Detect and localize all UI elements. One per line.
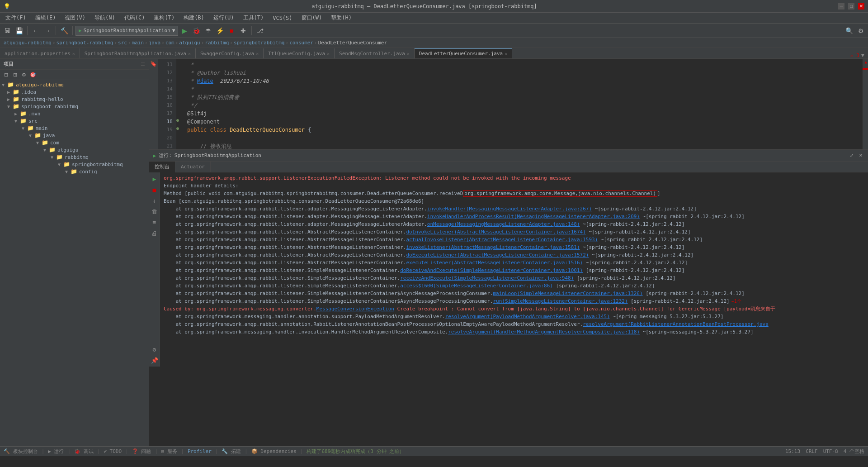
- menu-tools[interactable]: 工具(T): [240, 13, 268, 23]
- tree-item-springboot-rabbitmq[interactable]: ▼ 📁 springboot-rabbitmq: [0, 103, 149, 110]
- tab-console[interactable]: 控制台: [149, 162, 175, 172]
- tree-item-springbotrabbitmq[interactable]: ▼ 📁 springbotrabbitmq: [0, 161, 149, 168]
- breadcrumb-class[interactable]: DeadLetterQueueConsumer: [318, 40, 387, 46]
- close-button[interactable]: ✕: [858, 3, 864, 10]
- tab-dead-letter-consumer[interactable]: DeadLetterQueueConsumer.java ✕: [415, 48, 512, 58]
- tab-springboot-app[interactable]: SpringbootRabbitmqApplication.java ✕: [80, 48, 196, 58]
- status-dependencies-button[interactable]: 📦 Dependencies: [251, 448, 297, 454]
- status-indent[interactable]: 4 个空格: [844, 448, 864, 455]
- menu-run[interactable]: 运行(U): [210, 13, 238, 23]
- minimize-button[interactable]: ─: [838, 3, 844, 10]
- bookmark-icon: ●: [176, 118, 179, 123]
- settings-button[interactable]: ⚙: [855, 25, 866, 36]
- menu-window[interactable]: 窗口(W): [298, 13, 326, 23]
- tab-close-icon[interactable]: ✕: [256, 51, 259, 56]
- status-problems-button[interactable]: ❓ 问题: [132, 448, 151, 455]
- toolbar-forward-nav-button[interactable]: →: [42, 25, 53, 36]
- breadcrumb-springbotrabbitmq[interactable]: springbotrabbitmq: [234, 40, 285, 46]
- tab-ttl-queue-config[interactable]: TtlQueueConfig.java ✕: [264, 48, 335, 58]
- rerun-button[interactable]: ▶: [150, 174, 159, 183]
- tree-item-rabbitmq-hello[interactable]: ▶ 📁 rabbitmq-hello: [0, 95, 149, 103]
- code-content[interactable]: * * @author lishuai * @date 2023/6/11-10…: [184, 59, 863, 149]
- breadcrumb-project[interactable]: atguigu-rabbitmq: [4, 40, 52, 46]
- status-run-button[interactable]: ▶ 运行: [48, 448, 64, 455]
- settings-console-button[interactable]: ⚙: [150, 345, 159, 354]
- tab-send-msg-controller[interactable]: SendMsgController.java ✕: [335, 48, 415, 58]
- breadcrumb-consumer[interactable]: consumer: [289, 40, 313, 46]
- line-numbers: 11 12 13 14 15 16 17 18 19 20 21: [158, 59, 176, 149]
- tab-close-icon[interactable]: ✕: [505, 51, 507, 56]
- toolbar-back-button[interactable]: 🖫: [2, 25, 13, 36]
- tab-close-icon[interactable]: ✕: [72, 51, 75, 56]
- breadcrumb-module[interactable]: springboot-rabbitmq: [57, 40, 113, 46]
- add-config-button[interactable]: ✚: [238, 25, 249, 36]
- menu-code[interactable]: 代码(C): [121, 13, 149, 23]
- close-panel-button[interactable]: ✕: [857, 152, 864, 159]
- status-encoding[interactable]: UTF-8: [823, 448, 838, 454]
- menu-build[interactable]: 构建(B): [180, 13, 208, 23]
- clear-console-button[interactable]: 🗑: [150, 207, 159, 216]
- tree-item-rabbitmq-pkg[interactable]: ▼ 📁 rabbitmq: [0, 153, 149, 161]
- maximize-button[interactable]: □: [848, 3, 854, 10]
- breadcrumb-java[interactable]: java: [149, 40, 161, 46]
- debug-button[interactable]: 🐞: [191, 25, 202, 36]
- tree-item-root[interactable]: ▼ 📁 atguigu-rabbitmq: [0, 81, 149, 88]
- breadcrumb-src[interactable]: src: [118, 40, 127, 46]
- stop-run-button[interactable]: ■: [150, 185, 159, 194]
- tab-swagger-config[interactable]: SwaggerConfig.java ✕: [196, 48, 264, 58]
- settings-sidebar-button[interactable]: ⚙: [20, 71, 28, 79]
- profile-button[interactable]: ⚡: [214, 25, 225, 36]
- breadcrumb-atguigu[interactable]: atguigu: [179, 40, 200, 46]
- breadcrumb-com[interactable]: com: [165, 40, 175, 46]
- run-app-name[interactable]: SpringbootRabbitmqApplication: [175, 152, 261, 158]
- tree-item-src[interactable]: ▼ 📁 src: [0, 117, 149, 124]
- print-button[interactable]: 🖨: [150, 229, 159, 238]
- tree-item-com[interactable]: ▼ 📁 com: [0, 139, 149, 146]
- tree-item-atguigu[interactable]: ▼ 📁 atguigu: [0, 146, 149, 153]
- run-button[interactable]: ▶: [179, 25, 190, 36]
- git-button[interactable]: ⎇: [255, 25, 265, 36]
- locate-file-button[interactable]: 🎯: [29, 71, 37, 79]
- status-debug-button[interactable]: 🐞 调试: [74, 448, 94, 455]
- console-log[interactable]: org.springframework.amqp.rabbit.support.…: [160, 172, 868, 367]
- toolbar-save-button[interactable]: 💾: [14, 25, 24, 36]
- status-services-button[interactable]: ⊞ 服务: [161, 448, 177, 455]
- tree-item-mvn[interactable]: ▶ 📁 .mvn: [0, 110, 149, 117]
- scroll-to-end-button[interactable]: ↓: [150, 196, 159, 205]
- status-line-ending[interactable]: CRLF: [806, 448, 818, 454]
- tree-item-idea[interactable]: ▶ 📁 .idea: [0, 88, 149, 95]
- status-build2-button[interactable]: 🔧 拓建: [222, 448, 241, 455]
- tree-item-main[interactable]: ▼ 📁 main: [0, 124, 149, 132]
- tab-close-icon[interactable]: ✕: [407, 51, 410, 56]
- menu-refactor[interactable]: 重构(T): [150, 13, 178, 23]
- run-with-coverage-button[interactable]: ☂: [203, 25, 213, 36]
- menu-edit[interactable]: 编辑(E): [32, 13, 60, 23]
- fold-button[interactable]: ≡: [150, 218, 159, 227]
- menu-file[interactable]: 文件(F): [2, 13, 30, 23]
- tab-close-icon[interactable]: ✕: [188, 51, 191, 56]
- status-todo-button[interactable]: ✔ TODO: [104, 448, 122, 454]
- expand-all-button[interactable]: ⊞: [11, 71, 19, 79]
- breadcrumb-main[interactable]: main: [132, 40, 144, 46]
- search-everywhere-button[interactable]: 🔍: [844, 25, 854, 36]
- stop-button[interactable]: ■: [226, 25, 237, 36]
- breadcrumb-rabbitmq[interactable]: rabbitmq: [205, 40, 229, 46]
- tab-close-icon[interactable]: ✕: [327, 51, 330, 56]
- expand-panel-button[interactable]: ⤢: [848, 152, 855, 159]
- menu-navigate[interactable]: 导航(N): [91, 13, 119, 23]
- toolbar-build-button[interactable]: 🔨: [59, 25, 70, 36]
- menu-view[interactable]: 视图(V): [61, 13, 89, 23]
- status-profiler-button[interactable]: Profiler: [188, 448, 212, 454]
- tab-application-properties[interactable]: application.properties ✕: [0, 48, 80, 58]
- run-config-dropdown[interactable]: ▶ SpringbootRabbitmqApplication ▼: [75, 26, 178, 36]
- gutter-bookmark-icon[interactable]: 🔖: [150, 61, 157, 67]
- tree-item-java[interactable]: ▼ 📁 java: [0, 132, 149, 139]
- tree-item-config[interactable]: ▼ 📁 config: [0, 168, 149, 175]
- pin-button[interactable]: 📌: [150, 356, 159, 365]
- menu-vcs[interactable]: VCS(S): [269, 14, 296, 22]
- tab-actuator[interactable]: Actuator: [175, 162, 211, 172]
- status-build-button[interactable]: 🔨 板块控制台: [4, 448, 38, 455]
- menu-help[interactable]: 帮助(H): [327, 13, 355, 23]
- collapse-all-button[interactable]: ⊟: [2, 71, 10, 79]
- toolbar-back-nav-button[interactable]: ←: [30, 25, 41, 36]
